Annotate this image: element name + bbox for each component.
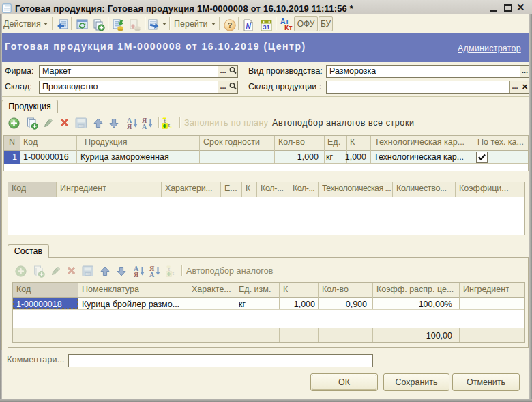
svg-text:Я: Я (127, 123, 132, 130)
svg-text:А: А (142, 123, 147, 130)
svg-text:?: ? (228, 21, 233, 29)
svg-text:сох: сох (78, 124, 84, 128)
svg-text:А: А (149, 271, 155, 278)
svg-text:сох: сох (85, 272, 91, 276)
svg-text:31: 31 (263, 23, 270, 31)
svg-text:N: N (246, 23, 251, 30)
svg-text:Я: Я (134, 271, 139, 278)
svg-text:t: t (173, 270, 175, 276)
